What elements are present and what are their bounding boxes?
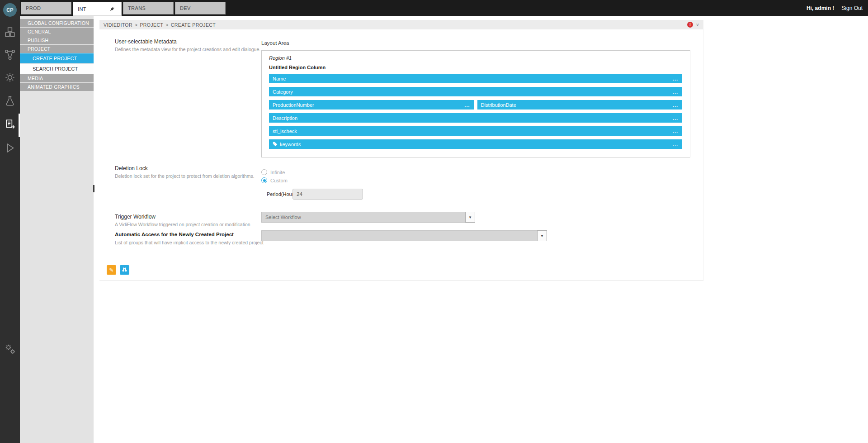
metadata-field-distributiondate[interactable]: DistributionDate ... <box>477 100 682 110</box>
sidebar-item-media[interactable]: MEDIA <box>20 74 94 82</box>
dropdown-arrow-icon[interactable]: ▼ <box>537 230 547 241</box>
breadcrumb-create-project[interactable]: CREATE PROJECT <box>171 22 216 28</box>
metadata-field-keywords[interactable]: keywords ... <box>269 139 682 149</box>
sidebar-item-create-project[interactable]: CREATE PROJECT <box>20 53 94 63</box>
main-content: VIDIEDITOR > PROJECT > CREATE PROJECT ! … <box>94 16 868 443</box>
field-label: ProductionNumber <box>273 102 314 108</box>
deletion-lock-title: Deletion Lock <box>115 165 148 171</box>
field-label: keywords <box>280 142 301 147</box>
plug-icon <box>109 5 116 13</box>
sidebar-item-global-configuration[interactable]: GLOBAL CONFIGURATION <box>20 19 94 27</box>
layout-area-label: Layout Area <box>261 40 289 46</box>
tab-int[interactable]: INT <box>73 2 122 16</box>
radio-infinite[interactable]: Infinite <box>261 169 285 176</box>
sidebar-item-animated-graphics[interactable]: ANIMATED GRAPHICS <box>20 83 94 91</box>
metadata-field-name[interactable]: Name ... <box>269 74 682 83</box>
metadata-rows: Name ... Category ... ProductionNumber .… <box>269 74 682 152</box>
top-bar: PROD INT TRANS DEV Hi, admin ! Sign Out <box>0 0 868 16</box>
field-options-button[interactable]: ... <box>673 142 678 147</box>
binoculars-icon <box>122 266 127 274</box>
sidebar-item-search-project[interactable]: SEARCH PROJECT <box>20 64 94 74</box>
sidebar-item-project[interactable]: PROJECT <box>20 45 94 53</box>
tab-trans[interactable]: TRANS <box>123 2 174 14</box>
workflow-select[interactable]: Select Workflow ▼ <box>261 212 475 223</box>
breadcrumb: VIDIEDITOR > PROJECT > CREATE PROJECT ! … <box>99 20 703 29</box>
trigger-workflow-title: Trigger Workflow <box>115 214 156 220</box>
sidebar-item-general[interactable]: GENERAL <box>20 28 94 36</box>
tab-dev[interactable]: DEV <box>175 2 226 14</box>
workflow-icon[interactable] <box>4 71 16 83</box>
user-area: Hi, admin ! Sign Out <box>807 0 863 16</box>
workflow-select-value: Select Workflow <box>262 212 465 222</box>
flask-icon[interactable] <box>4 95 16 107</box>
network-icon[interactable] <box>4 49 16 61</box>
rail-active-indicator <box>19 114 20 137</box>
metadata-field-productionnumber[interactable]: ProductionNumber ... <box>269 100 474 110</box>
sign-out-link[interactable]: Sign Out <box>841 5 863 11</box>
metadata-field-stl-ischeck[interactable]: stl_ischeck ... <box>269 126 682 136</box>
field-options-button[interactable]: ... <box>464 102 470 108</box>
breadcrumb-separator: > <box>135 22 138 28</box>
chevron-down-icon[interactable]: ∨ <box>696 22 699 27</box>
tab-trans-label: TRANS <box>128 5 146 11</box>
editor-icon[interactable] <box>4 119 16 130</box>
sidebar-item-publish[interactable]: PUBLISH <box>20 36 94 44</box>
config-sidebar: GLOBAL CONFIGURATION GENERAL PUBLISH PRO… <box>20 16 94 443</box>
field-options-button[interactable]: ... <box>673 89 678 95</box>
tab-int-label: INT <box>78 6 86 12</box>
breadcrumb-separator: > <box>165 22 169 28</box>
search-button[interactable] <box>120 265 129 275</box>
dropdown-arrow-icon[interactable]: ▼ <box>465 212 475 223</box>
environment-tabs: PROD INT TRANS DEV <box>21 2 226 16</box>
radio-custom-label: Custom <box>270 178 288 183</box>
breadcrumb-vidieditor[interactable]: VIDIEDITOR <box>104 22 132 28</box>
tab-prod[interactable]: PROD <box>21 2 71 14</box>
metadata-field-description[interactable]: Description ... <box>269 113 682 123</box>
period-hours-input[interactable] <box>292 189 363 200</box>
settings-icon[interactable] <box>4 343 16 355</box>
field-label: Category <box>273 89 293 95</box>
metadata-section-description: Defines the metadata view for the projec… <box>115 47 260 52</box>
field-label: Name <box>273 76 286 81</box>
user-greeting: Hi, admin ! <box>807 5 834 11</box>
tab-dev-label: DEV <box>180 5 191 11</box>
field-label: Description <box>273 115 297 121</box>
modules-icon[interactable] <box>4 26 16 38</box>
field-options-button[interactable]: ... <box>673 129 678 134</box>
create-project-form: User-selectable Metadata Defines the met… <box>99 29 703 281</box>
radio-infinite-label: Infinite <box>270 170 285 175</box>
auto-access-title: Automatic Access for the Newly Created P… <box>115 232 234 237</box>
region-title: Region #1 <box>269 55 292 61</box>
auto-access-description: List of groups that will have implicit a… <box>115 240 264 245</box>
radio-custom-circle[interactable] <box>261 177 267 183</box>
tag-icon <box>273 142 278 147</box>
radio-infinite-circle[interactable] <box>261 169 267 175</box>
metadata-field-category[interactable]: Category ... <box>269 87 682 96</box>
error-badge-icon[interactable]: ! <box>687 22 693 28</box>
pencil-icon: ✎ <box>109 267 113 273</box>
metadata-section-title: User-selectable Metadata <box>115 38 177 45</box>
field-options-button[interactable]: ... <box>673 102 678 108</box>
field-options-button[interactable]: ... <box>673 76 678 81</box>
trigger-workflow-description: A VidiFlow Workflow triggered on project… <box>115 222 250 227</box>
player-icon[interactable] <box>4 142 16 154</box>
field-label: DistributionDate <box>481 102 516 108</box>
radio-custom[interactable]: Custom <box>261 177 288 184</box>
app-rail: CP <box>0 0 20 443</box>
deletion-lock-description: Deletion lock set for the project to pro… <box>115 173 255 179</box>
layout-area-box: Region #1 Untitled Region Column Name ..… <box>261 50 690 157</box>
region-column-title: Untitled Region Column <box>269 65 326 70</box>
breadcrumb-project[interactable]: PROJECT <box>140 22 163 28</box>
field-label: stl_ischeck <box>273 129 297 134</box>
auto-access-select-value <box>262 231 537 241</box>
avatar[interactable]: CP <box>3 3 17 17</box>
auto-access-select[interactable]: ▼ <box>261 230 547 241</box>
field-options-button[interactable]: ... <box>673 115 678 121</box>
pane-resize-handle[interactable] <box>93 185 94 192</box>
tab-prod-label: PROD <box>26 5 41 11</box>
edit-button[interactable]: ✎ <box>107 265 116 275</box>
